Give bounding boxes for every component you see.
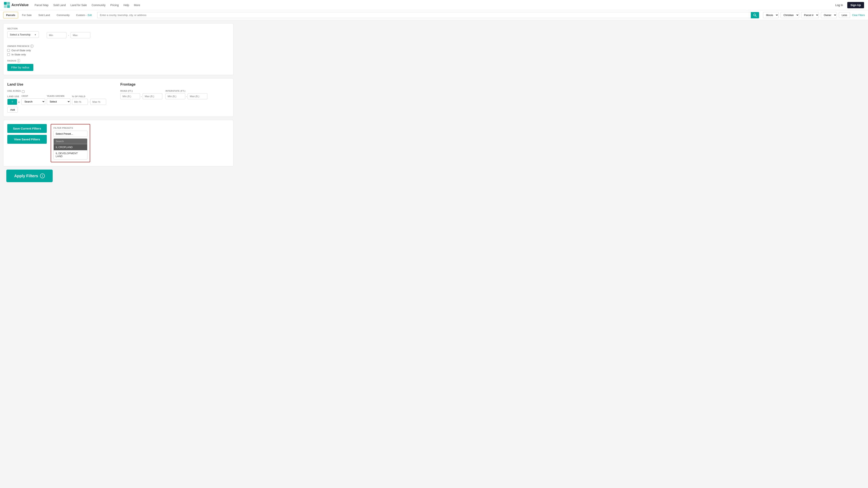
svg-rect-2 (4, 5, 7, 8)
interstate-max-input[interactable] (188, 93, 207, 99)
login-button[interactable]: Log In (833, 2, 845, 8)
nav-right: Log In Sign Up (833, 2, 864, 8)
interstate-min-input[interactable] (165, 93, 185, 99)
out-of-state-label: Out-of-State only (11, 49, 31, 52)
pct-field-col-label: % OF FIELD (72, 95, 106, 98)
land-use-chevron-icon (18, 100, 20, 103)
land-frontage-columns: Land Use USE ACRES LAND USE ? CROP (7, 83, 229, 112)
crop-select[interactable]: Search (22, 98, 45, 105)
nav-sold-land[interactable]: Sold Land (53, 4, 66, 7)
presets-label: FILTER PRESETS (54, 127, 87, 129)
apply-info-icon: i (40, 173, 45, 178)
tab-edit-link[interactable]: Edit (88, 14, 92, 17)
tab-bar: Parcels For Sale Sold Land Community Cus… (0, 10, 868, 20)
radius-section: RADIUS i Filter by radius (7, 59, 229, 71)
svg-rect-1 (7, 2, 10, 5)
in-state-label: In-State only (11, 53, 26, 56)
svg-rect-0 (4, 2, 7, 5)
road-min-input[interactable] (120, 93, 140, 99)
preset-select-wrapper: Select Preset... (54, 131, 87, 137)
township-select[interactable]: Select a Township (7, 31, 39, 38)
township-chevron-icon (34, 33, 36, 36)
search-button[interactable] (751, 12, 759, 18)
nav-parcel-map[interactable]: Parcel Map (34, 4, 49, 7)
tab-community[interactable]: Community (54, 12, 72, 18)
bottom-section: Save Current Filters View Saved Filters … (3, 120, 234, 166)
nav-help[interactable]: Help (123, 4, 129, 7)
preset-il-cropland[interactable]: IL CROPLAND (54, 144, 87, 150)
filter-by-radius-button[interactable]: Filter by radius (7, 64, 33, 71)
preset-search-input[interactable] (54, 139, 87, 144)
less-button[interactable]: Less (839, 12, 850, 18)
years-grown-col-label: YEARS GROWN (47, 95, 70, 97)
logo-text: AcreValue (11, 3, 29, 7)
land-use-field-group: LAND USE ? (7, 95, 20, 105)
frontage-section: Frontage ROAD (FT.) - INTERSTATE (FT.) (120, 83, 229, 112)
in-state-row: In-State only (7, 53, 229, 56)
tab-custom[interactable]: Custom - Edit (73, 12, 94, 18)
owner-presence-label: OWNER PRESENCE i (7, 44, 229, 48)
frontage-title: Frontage (120, 83, 229, 87)
land-use-section: Land Use USE ACRES LAND USE ? CROP (7, 83, 116, 112)
years-grown-field-group: YEARS GROWN Select (47, 95, 70, 105)
radius-info-icon[interactable]: i (17, 59, 20, 62)
out-of-state-row: Out-of-State only (7, 49, 229, 52)
range-min-input[interactable] (47, 32, 66, 38)
parcel-select[interactable]: Parcel # (801, 12, 819, 18)
road-max-input[interactable] (143, 93, 162, 99)
svg-line-5 (755, 15, 756, 17)
owner-presence-info-icon[interactable]: i (30, 44, 34, 48)
clear-filters-button[interactable]: Clear Filters (852, 14, 865, 17)
owner-select[interactable]: Owner (821, 12, 837, 18)
road-dash: - (141, 95, 142, 98)
search-bar (97, 12, 759, 18)
tab-sold-land[interactable]: Sold Land (35, 12, 53, 18)
svg-rect-3 (7, 5, 10, 8)
out-of-state-checkbox[interactable] (7, 49, 10, 52)
apply-filters-label: Apply Filters (14, 174, 38, 178)
range-dash: - (68, 34, 69, 37)
in-state-checkbox[interactable] (7, 53, 10, 56)
use-acres-checkbox[interactable] (22, 90, 25, 93)
save-filters-button[interactable]: Save Current Filters (7, 124, 47, 133)
radius-label: RADIUS i (7, 59, 229, 62)
pct-max-input[interactable] (90, 99, 106, 105)
frontage-row: ROAD (FT.) - INTERSTATE (FT.) - (120, 90, 229, 99)
interstate-dash: - (186, 95, 187, 98)
range-max-input[interactable] (71, 32, 90, 38)
nav-community[interactable]: Community (92, 4, 105, 7)
logo-icon (4, 2, 10, 8)
road-label: ROAD (FT.) (120, 90, 162, 92)
nav-links: Parcel Map Sold Land Land for Sale Commu… (34, 4, 833, 7)
state-select[interactable]: Illinois (763, 12, 779, 18)
apply-section: Apply Filters i (3, 169, 234, 185)
pct-range-dash: - (89, 100, 90, 103)
nav-pricing[interactable]: Pricing (110, 4, 119, 7)
tab-for-sale[interactable]: For Sale (19, 12, 34, 18)
search-icon (753, 13, 756, 17)
nav-more[interactable]: More (134, 4, 140, 7)
tab-parcels[interactable]: Parcels (3, 12, 18, 18)
section-group: SECTION Select a Township (7, 27, 39, 38)
county-select[interactable]: Christian (781, 12, 799, 18)
filter-presets-panel: FILTER PRESETS Select Preset... IL CROPL… (51, 124, 90, 162)
tab-custom-label: Custom - (76, 13, 87, 17)
apply-filters-button[interactable]: Apply Filters i (6, 169, 53, 182)
years-grown-select[interactable]: Select (47, 98, 70, 105)
view-filters-button[interactable]: View Saved Filters (7, 135, 47, 144)
crop-field-group: CROP Search (22, 95, 45, 105)
add-button[interactable]: Add (7, 107, 18, 112)
crop-col-label: CROP (22, 95, 45, 97)
signup-button[interactable]: Sign Up (847, 2, 864, 8)
search-input[interactable] (97, 12, 751, 18)
pct-min-input[interactable] (72, 99, 88, 105)
use-acres-label: USE ACRES (7, 90, 21, 92)
nav-land-for-sale[interactable]: Land for Sale (70, 4, 87, 7)
interstate-group: INTERSTATE (FT.) - (165, 90, 208, 99)
preset-select[interactable]: Select Preset... (54, 131, 87, 137)
preset-il-development[interactable]: IL DEVELOPMENT LAND (54, 150, 87, 159)
main-content: SECTION Select a Township - OWNER PRESEN… (0, 20, 237, 189)
logo[interactable]: AcreValue (4, 2, 29, 8)
pct-field-group: % OF FIELD - (72, 95, 106, 105)
land-use-num-select[interactable]: ? (7, 99, 17, 105)
